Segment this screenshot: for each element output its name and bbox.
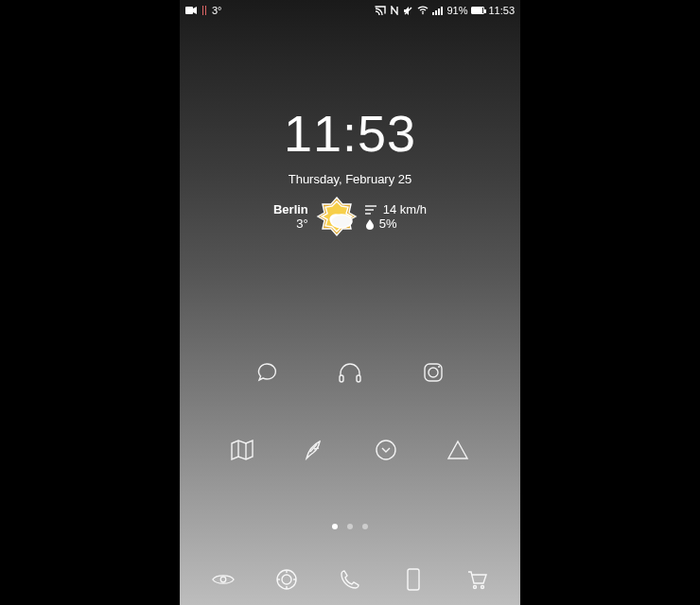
wifi-icon bbox=[417, 6, 429, 15]
svg-point-15 bbox=[438, 366, 440, 368]
svg-line-19 bbox=[314, 448, 319, 449]
chat-icon[interactable] bbox=[254, 359, 280, 386]
page-dot[interactable] bbox=[347, 524, 353, 529]
droplet-icon bbox=[365, 218, 375, 230]
compass-icon[interactable] bbox=[274, 567, 299, 592]
cell-signal-icon bbox=[432, 7, 443, 15]
svg-point-21 bbox=[220, 577, 226, 582]
mute-icon bbox=[403, 6, 413, 16]
weather-row: Berlin 3° 14 km/h 5% bbox=[273, 196, 427, 237]
battery-pct: 91% bbox=[446, 5, 467, 16]
headphones-icon[interactable] bbox=[337, 359, 363, 386]
status-bar[interactable]: 3° 91% 11:53 bbox=[180, 0, 520, 21]
weather-city: Berlin bbox=[273, 202, 308, 216]
svg-point-29 bbox=[474, 586, 477, 589]
svg-point-14 bbox=[429, 368, 438, 377]
clock-date: Thursday, February 25 bbox=[289, 172, 412, 186]
sun-cloud-icon bbox=[316, 196, 358, 237]
feather-icon[interactable] bbox=[301, 437, 327, 463]
svg-rect-28 bbox=[408, 569, 419, 590]
video-icon bbox=[185, 7, 197, 14]
page-indicator[interactable] bbox=[180, 524, 520, 529]
apps-row-2 bbox=[180, 437, 520, 463]
svg-point-2 bbox=[423, 13, 425, 15]
battery-icon bbox=[471, 7, 484, 14]
home-screen: 3° 91% 11:53 11:53 Thursday, February 25… bbox=[180, 0, 520, 605]
phone-icon[interactable] bbox=[338, 567, 362, 592]
dock bbox=[180, 567, 520, 592]
wind-icon bbox=[365, 205, 378, 215]
svg-rect-12 bbox=[357, 375, 360, 382]
svg-point-30 bbox=[481, 586, 484, 589]
status-temp: 3° bbox=[212, 5, 222, 16]
cart-icon[interactable] bbox=[464, 567, 489, 592]
triangle-icon[interactable] bbox=[445, 437, 471, 463]
clock-icon[interactable] bbox=[373, 437, 399, 463]
status-bar-left: 3° bbox=[185, 5, 222, 16]
status-bar-right: 91% 11:53 bbox=[375, 5, 515, 16]
weather-temp: 3° bbox=[296, 216, 307, 231]
clock-time: 11:53 bbox=[284, 104, 416, 163]
weather-humidity: 5% bbox=[379, 216, 397, 231]
eye-icon[interactable] bbox=[211, 567, 236, 592]
page-dot[interactable] bbox=[332, 524, 338, 529]
map-icon[interactable] bbox=[229, 437, 255, 463]
clock-weather-widget[interactable]: 11:53 Thursday, February 25 Berlin 3° bbox=[180, 104, 520, 237]
svg-rect-11 bbox=[340, 375, 343, 382]
svg-rect-0 bbox=[185, 7, 193, 14]
svg-point-20 bbox=[376, 441, 395, 459]
page-dot[interactable] bbox=[362, 524, 368, 529]
apps-row-1 bbox=[180, 359, 520, 386]
weather-wind: 14 km/h bbox=[383, 202, 427, 216]
device-icon[interactable] bbox=[401, 567, 426, 592]
status-time: 11:53 bbox=[488, 5, 515, 16]
pause-indicator-icon bbox=[202, 6, 206, 15]
camera-icon[interactable] bbox=[420, 359, 446, 386]
n-icon bbox=[390, 6, 399, 15]
svg-point-7 bbox=[331, 215, 352, 228]
cast-icon bbox=[375, 6, 386, 15]
svg-point-23 bbox=[282, 575, 291, 584]
